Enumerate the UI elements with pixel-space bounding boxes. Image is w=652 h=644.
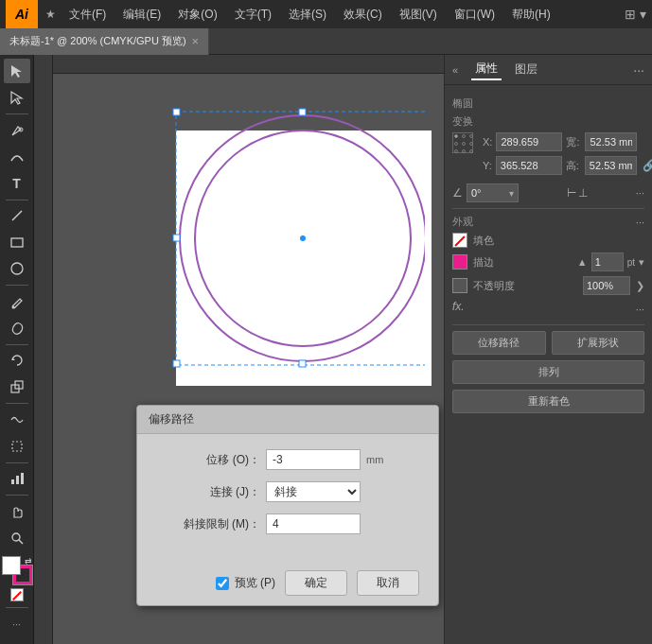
panel-more-icon[interactable]: ··· [633,62,644,78]
tool-divider-5 [6,403,28,404]
fx-label: fx. [452,300,465,313]
preview-checkbox[interactable] [216,577,229,590]
swap-colors-icon[interactable]: ⇄ [25,556,32,566]
angle-input[interactable] [471,187,509,199]
appearance-more-btn[interactable]: ··· [636,217,644,228]
stroke-width-input[interactable] [591,252,624,271]
svg-line-3 [12,211,22,220]
opacity-expand[interactable]: ❯ [636,280,644,292]
stroke-up-icon[interactable]: ▲ [577,256,588,268]
x-input[interactable] [496,132,562,151]
menu-text[interactable]: 文字(T) [227,3,279,26]
tool-free-transform[interactable] [4,434,30,459]
svg-rect-11 [11,479,14,484]
svg-point-33 [470,143,473,146]
panel-collapse-left[interactable]: « [452,64,458,76]
none-color-icon[interactable] [10,588,24,601]
tool-warp[interactable] [4,408,30,432]
offset-dialog-footer: 预览 (P) 确定 取消 [137,561,438,605]
tool-divider-1 [6,113,28,114]
tool-curvature[interactable] [4,145,30,169]
tool-divider-color [6,607,28,608]
tool-rotate[interactable] [4,348,30,373]
align-h-icon[interactable]: ⊢ [567,186,576,200]
offset-path-button[interactable]: 位移路径 [452,331,546,355]
doc-tab[interactable]: 未标题-1* @ 200% (CMYK/GPU 预览) × [0,28,209,55]
align-v-icon[interactable]: ⊥ [578,186,588,200]
right-panel: « 属性 图层 ··· 椭圆 变换 [444,55,652,644]
arrange-button[interactable]: 排列 [452,360,644,384]
panel-header: « 属性 图层 ··· [445,55,652,85]
tool-more[interactable]: ··· [4,612,30,636]
tool-paintbrush[interactable] [4,289,30,314]
tool-hand[interactable] [4,499,30,524]
workspace-grid-icon[interactable]: ⊞ ▾ [625,7,646,22]
shape-section-title: 椭圆 [452,96,644,111]
w-input[interactable] [585,132,637,151]
panel-tab-properties[interactable]: 属性 [471,59,502,80]
menu-view[interactable]: 视图(V) [392,3,445,26]
expand-shape-button[interactable]: 扩展形状 [552,331,645,355]
h-input[interactable] [585,156,637,175]
offset-input[interactable] [266,449,361,470]
miter-label: 斜接限制 (M)： [156,516,260,532]
recolor-button[interactable]: 重新着色 [452,390,644,413]
menu-object[interactable]: 对象(O) [170,3,224,26]
doc-tab-close[interactable]: × [192,35,200,47]
tool-direct-selection[interactable] [4,85,30,110]
tool-line[interactable] [4,203,30,228]
lock-proportions-icon[interactable]: 🔗 [643,159,652,172]
tool-divider-7 [6,495,28,496]
menu-select[interactable]: 选择(S) [281,3,334,26]
y-input[interactable] [496,156,562,175]
join-select[interactable]: 斜接 圆角 斜切 [266,481,361,502]
tool-selection[interactable] [4,59,30,83]
transform-reference-point[interactable] [452,132,473,153]
menu-file[interactable]: 文件(F) [62,3,114,26]
offset-dialog-header: 偏移路径 [137,406,438,434]
menu-help[interactable]: 帮助(H) [504,3,558,26]
ruler-horizontal [53,55,444,74]
cancel-button[interactable]: 取消 [357,570,419,596]
angle-input-group[interactable]: ▾ [467,183,519,202]
tool-type[interactable]: T [4,171,30,196]
h-label: 高: [566,159,579,173]
angle-dropdown[interactable]: ▾ [509,188,514,199]
stroke-dropdown[interactable]: ▾ [639,256,644,269]
transform-more-btn[interactable]: ··· [636,187,644,199]
svg-point-28 [455,135,458,138]
tool-blob-brush[interactable] [4,316,30,340]
svg-point-14 [12,533,20,541]
w-label: 宽: [566,135,579,149]
miter-input[interactable] [266,513,361,534]
fill-color-swatch[interactable] [452,233,467,248]
tool-divider-4 [6,344,28,345]
tool-ellipse[interactable] [4,256,30,281]
tool-zoom[interactable] [4,526,30,550]
preview-checkbox-label[interactable]: 预览 (P) [216,575,275,591]
offset-label: 位移 (O)： [156,452,260,468]
stroke-color-swatch[interactable] [452,254,467,270]
canvas-area[interactable]: 偏移路径 位移 (O)： mm 连接 (J)： 斜接 圆角 斜切 [34,55,444,644]
offset-unit: mm [366,454,383,465]
svg-marker-0 [11,65,22,78]
ok-button[interactable]: 确定 [285,570,347,596]
svg-marker-1 [11,92,22,104]
tool-pen[interactable] [4,118,30,143]
fill-swatch[interactable] [2,556,21,575]
tool-graph[interactable] [4,466,30,491]
menu-edit[interactable]: 编辑(E) [115,3,168,26]
tool-scale[interactable] [4,374,30,399]
offset-dialog-title: 偏移路径 [149,412,194,426]
offset-row: 位移 (O)： mm [156,449,419,470]
ruler-vertical [34,55,53,644]
tool-rect[interactable] [4,230,30,254]
menu-effect[interactable]: 效果(C) [336,3,390,26]
svg-point-29 [463,135,466,138]
left-toolbar: T [0,55,34,644]
opacity-input[interactable] [583,276,630,295]
fx-more-btn[interactable]: ··· [636,304,644,315]
panel-tab-layers[interactable]: 图层 [511,60,541,79]
opacity-checkbox[interactable] [452,278,467,293]
menu-window[interactable]: 窗口(W) [447,3,502,26]
